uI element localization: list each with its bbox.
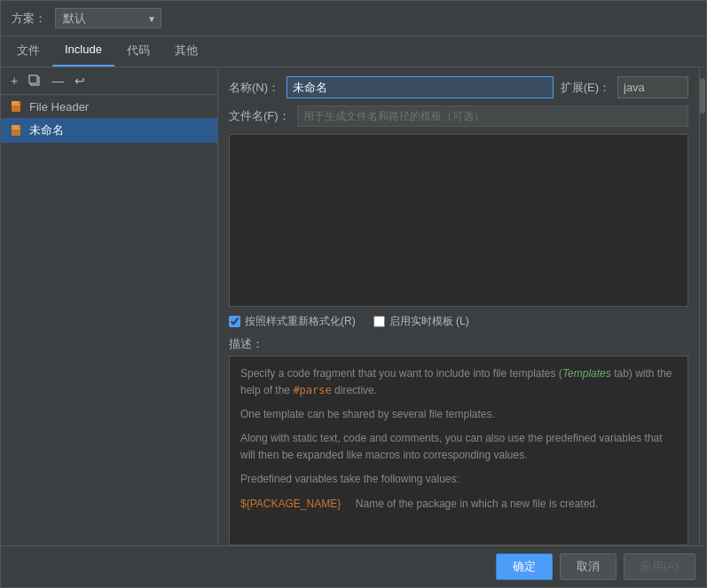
tab-other[interactable]: 其他	[162, 36, 210, 67]
live-template-checkbox[interactable]	[373, 316, 385, 327]
file-header-label: File Header	[29, 100, 89, 114]
tab-file[interactable]: 文件	[4, 36, 52, 67]
desc-p2: One template can be shared by several fi…	[240, 406, 677, 423]
bottom-bar: 确定 取消 应用(A)	[1, 545, 706, 587]
editor-area[interactable]	[229, 134, 688, 307]
confirm-button[interactable]: 确定	[496, 553, 553, 580]
right-panel: 名称(N)： 扩展(E)： 文件名(F)： 按照样式重新格式化(R)	[218, 67, 699, 545]
reformat-label: 按照样式重新格式化(R)	[245, 314, 356, 329]
scheme-select-wrapper[interactable]: 默认	[55, 8, 161, 28]
list-area: File Header 未命名	[1, 95, 217, 545]
live-template-checkbox-label[interactable]: 启用实时模板 (L)	[373, 314, 469, 329]
copy-icon	[28, 74, 41, 87]
scheme-label: 方案：	[12, 11, 46, 27]
add-button[interactable]: +	[6, 71, 22, 90]
cancel-button[interactable]: 取消	[560, 553, 617, 580]
ext-input[interactable]	[617, 76, 688, 98]
desc-p3: Along with static text, code and comment…	[240, 430, 677, 464]
scrollbar-thumb	[700, 78, 705, 114]
package-name-var: ${PACKAGE_NAME}	[240, 498, 341, 510]
remove-button[interactable]: —	[47, 71, 68, 90]
desc-p1: Specify a code fragment that you want to…	[240, 365, 677, 399]
filename-row: 文件名(F)：	[229, 106, 688, 127]
ext-label: 扩展(E)：	[561, 80, 610, 96]
description-label: 描述：	[229, 336, 688, 352]
name-input[interactable]	[287, 76, 554, 98]
parse-code: #parse	[293, 384, 331, 396]
tab-include[interactable]: Include	[52, 36, 114, 67]
apply-button[interactable]: 应用(A)	[624, 553, 695, 580]
desc-p4: Predefined variables take the following …	[240, 471, 677, 488]
reformat-checkbox[interactable]	[229, 316, 240, 327]
dialog: 方案： 默认 文件 Include 代码 其他 + —	[0, 0, 707, 588]
scheme-select[interactable]: 默认	[55, 8, 161, 28]
list-item-unnamed[interactable]: 未命名	[1, 118, 217, 143]
top-bar: 方案： 默认	[1, 1, 706, 36]
undo-button[interactable]: ↩	[70, 71, 90, 90]
unnamed-label: 未命名	[29, 122, 64, 138]
desc-p5: ${PACKAGE_NAME} Name of the package in w…	[240, 496, 677, 513]
copy-button[interactable]	[24, 72, 45, 90]
reformat-checkbox-label[interactable]: 按照样式重新格式化(R)	[229, 314, 356, 329]
main-content: + — ↩	[1, 67, 706, 545]
name-label: 名称(N)：	[229, 80, 279, 96]
name-row: 名称(N)： 扩展(E)：	[229, 76, 688, 98]
filename-input[interactable]	[297, 106, 688, 127]
file-icon-2	[11, 124, 23, 137]
toolbar: + — ↩	[1, 67, 217, 95]
description-box: Specify a code fragment that you want to…	[229, 356, 688, 546]
svg-rect-1	[29, 75, 37, 83]
live-template-label: 启用实时模板 (L)	[389, 314, 469, 329]
tab-code[interactable]: 代码	[114, 36, 162, 67]
file-unnamed-icon	[10, 123, 24, 137]
file-header-icon	[10, 99, 24, 114]
tabs-bar: 文件 Include 代码 其他	[1, 36, 706, 67]
right-scrollbar[interactable]	[699, 67, 706, 545]
file-icon	[11, 100, 23, 113]
left-panel: + — ↩	[1, 67, 218, 545]
templates-highlight: Templates	[562, 367, 611, 380]
filename-label: 文件名(F)：	[229, 108, 290, 124]
list-item-file-header[interactable]: File Header	[1, 95, 217, 118]
options-row: 按照样式重新格式化(R) 启用实时模板 (L)	[229, 314, 688, 329]
